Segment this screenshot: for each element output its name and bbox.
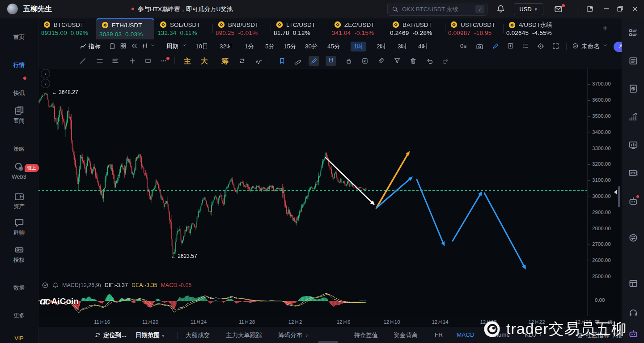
announcement-text[interactable]: 参与HTX巅峰赛，即可瓜分万U奖池 <box>138 5 233 13</box>
rectangle-tool[interactable] <box>143 56 153 66</box>
bottom-item-KDJ[interactable]: KDJ › <box>525 331 542 338</box>
gold-button-主[interactable]: 主 <box>182 56 193 66</box>
price-axis[interactable]: 3700.003600.003500.003400.003300.003200.… <box>587 68 622 316</box>
add-ticker-button[interactable]: + <box>602 23 608 34</box>
fullscreen-icon[interactable] <box>552 43 559 49</box>
parallel-channel-tool[interactable] <box>94 56 105 66</box>
pip-window-icon[interactable] <box>586 5 593 13</box>
ai-robot-button[interactable] <box>628 196 638 206</box>
support-headset-button[interactable] <box>628 308 638 317</box>
bottom-item-筹码分布[interactable]: 筹码分布 › <box>278 331 308 339</box>
bottom-item-大额成交[interactable]: 大额成交 <box>186 331 210 339</box>
ticker-tab-BAT/USDT[interactable]: BAT/USDT 0.2469 -0.28% <box>387 18 445 39</box>
candle-style-icon[interactable] <box>141 43 148 50</box>
ai-assistant-button[interactable] <box>628 329 638 339</box>
bottom-item-定位到...[interactable]: 定位到... <box>94 331 127 339</box>
avatar[interactable] <box>7 4 18 14</box>
timeframe-10日[interactable]: 10日 <box>195 43 208 51</box>
cross-line-tool[interactable] <box>127 56 138 66</box>
layout-name-dropdown[interactable]: 未命名 <box>581 43 600 51</box>
performance-button[interactable] <box>628 112 638 122</box>
layout-panel-button[interactable] <box>628 279 638 288</box>
list-settings-icon[interactable] <box>522 43 529 49</box>
bottom-item-资金背离[interactable]: 资金背离 <box>394 331 418 339</box>
bottom-item-主力大单跟踪[interactable]: 主力大单跟踪 <box>226 331 262 339</box>
redo-button[interactable] <box>440 56 451 66</box>
add-window-icon[interactable] <box>507 43 514 49</box>
timeframe-45分[interactable]: 45分 <box>327 43 340 51</box>
expand-panel-button-2[interactable] <box>41 79 50 88</box>
bookmark-tool[interactable] <box>277 56 288 66</box>
ticker-tab-SOL/USDT[interactable]: SOL/USDT 132.34 0.11% <box>154 18 212 39</box>
sidebar-item-数据[interactable]: 数据 <box>0 272 38 292</box>
etf-button[interactable]: ETF <box>628 168 638 178</box>
camera-icon[interactable] <box>476 43 483 50</box>
time-axis[interactable]: 11月1611月2011月2411月2812月212月612月1012月1412… <box>38 316 622 327</box>
note-tool[interactable] <box>360 56 370 66</box>
pen-tool-active[interactable] <box>309 56 319 66</box>
timeframe-2时[interactable]: 2时 <box>377 43 386 51</box>
news-doc-button[interactable] <box>628 56 638 66</box>
timeframe-1时[interactable]: 1时 <box>351 42 366 51</box>
diagonal-line-tool[interactable] <box>77 56 88 66</box>
mail-icon[interactable] <box>554 5 563 13</box>
chevron-down-icon[interactable] <box>182 43 187 48</box>
minimize-icon[interactable] <box>603 5 610 12</box>
sidebar-item-授权[interactable]: 授权 <box>0 244 38 264</box>
horizontal-lines-tool[interactable] <box>110 56 121 66</box>
timeframe-1分[interactable]: 1分 <box>245 43 254 51</box>
timeframe-5分[interactable]: 5分 <box>265 43 275 51</box>
target-icon[interactable] <box>537 43 544 50</box>
draw-pencil-icon[interactable] <box>492 43 499 50</box>
axis-collapse-arrow[interactable] <box>614 190 617 194</box>
sidebar-item-首页[interactable]: 首页 <box>0 21 38 41</box>
bottom-item-日期范围[interactable]: 日期范围 ▼ <box>136 331 165 339</box>
sidebar-item-资产[interactable]: 资产 <box>0 191 38 210</box>
ticker-tab-4/USDT永续[interactable]: 4/USDT永续 0.02645 -4.55% <box>503 18 566 39</box>
onchain-badge[interactable]: 链上 <box>25 164 39 172</box>
bottom-item-FR[interactable]: FR <box>435 331 443 338</box>
expand-panel-button[interactable] <box>41 69 50 78</box>
chevron-down-icon[interactable] <box>602 43 608 48</box>
bottom-item-社区指标[interactable]: 社区指标 <box>577 331 610 339</box>
timeframe-15分[interactable]: 15分 <box>284 43 297 51</box>
ticker-tab-ZEC/USDT[interactable]: ZEC/USDT 341.04 -0.15% <box>329 18 387 39</box>
gold-button-筹[interactable]: 筹 <box>220 56 230 66</box>
indicator-button[interactable]: 指标 <box>89 43 101 51</box>
sidebar-item-策略[interactable]: 策略 <box>0 133 38 153</box>
signature-tool[interactable] <box>254 56 264 66</box>
collapse-circle-icon[interactable] <box>42 282 49 289</box>
template-board-icon[interactable] <box>109 43 116 50</box>
candlestick-chart[interactable] <box>38 68 587 316</box>
undo-button[interactable] <box>424 56 435 66</box>
bottom-item-MACD[interactable]: MACD <box>457 331 475 338</box>
ticker-tab-LTC/USDT[interactable]: LTC/USDT 81.78 0.12% <box>271 18 329 39</box>
filter-tool[interactable] <box>392 56 402 66</box>
layout-grid-icon[interactable] <box>120 43 127 49</box>
indicator-chart-icon[interactable] <box>80 43 87 50</box>
brush-dots-tool[interactable] <box>158 56 169 66</box>
period-label[interactable]: 周期 <box>166 43 178 51</box>
timeframe-30分[interactable]: 30分 <box>305 43 318 51</box>
paperclip-tool[interactable] <box>375 56 386 66</box>
ticker-tab-BTC/USDT[interactable]: BTC/USDT 89315.00 0.09% <box>38 18 96 39</box>
sidebar-item-更多[interactable]: 更多 <box>0 300 38 320</box>
bottom-item-持仓差值[interactable]: 持仓差值 <box>354 331 378 339</box>
sidebar-item-行情[interactable]: 行情 <box>0 49 38 69</box>
magnet-tool-active[interactable] <box>326 56 336 66</box>
layout-check-icon[interactable] <box>572 43 579 49</box>
restore-icon[interactable] <box>617 5 623 12</box>
trash-tool[interactable] <box>408 56 419 66</box>
axis-scrollbar-thumb[interactable] <box>618 186 620 207</box>
chevron-down-icon[interactable] <box>150 43 156 48</box>
replay-icon[interactable] <box>131 43 138 49</box>
lock-open-tool[interactable] <box>343 56 354 66</box>
alert-bell-icon[interactable] <box>52 282 59 288</box>
bell-icon[interactable] <box>496 4 505 13</box>
close-icon[interactable] <box>631 5 639 13</box>
sidebar-item-快讯[interactable]: 快讯 <box>0 77 38 97</box>
billing-button[interactable] <box>628 84 638 94</box>
sidebar-item-VIP[interactable]: VIP <box>0 323 38 342</box>
search-input[interactable]: OKX BTC/USDT 永续 / <box>387 3 487 16</box>
sidebar-item-要闻[interactable]: 要闻 <box>0 105 38 125</box>
